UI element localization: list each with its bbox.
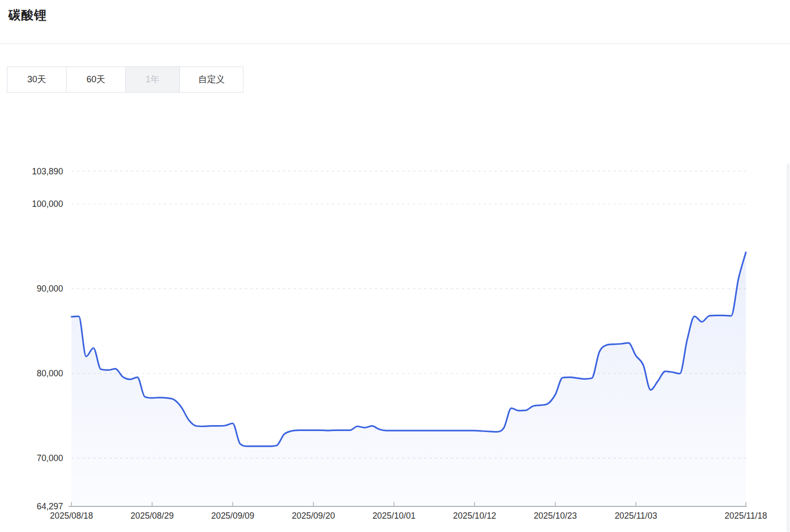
y-axis-label: 64,297 bbox=[36, 501, 63, 511]
scrollbar-thumb[interactable] bbox=[787, 164, 790, 532]
x-axis-label: 2025/11/18 bbox=[724, 511, 767, 521]
y-axis-label: 90,000 bbox=[36, 284, 63, 294]
y-axis-label: 80,000 bbox=[36, 368, 63, 378]
price-chart: 103,890100,00090,00080,00070,00064,29720… bbox=[0, 0, 790, 532]
x-axis-label: 2025/08/18 bbox=[50, 511, 93, 521]
price-chart-svg: 103,890100,00090,00080,00070,00064,29720… bbox=[0, 0, 790, 532]
x-axis-label: 2025/08/29 bbox=[131, 511, 174, 521]
y-axis-label: 100,000 bbox=[32, 199, 64, 209]
x-axis-label: 2025/09/20 bbox=[292, 511, 335, 521]
y-axis-label: 103,890 bbox=[32, 166, 64, 176]
y-axis-label: 70,000 bbox=[36, 453, 63, 463]
page: { "page": { "title": "碳酸锂" }, "toolbar":… bbox=[0, 0, 790, 532]
x-axis-label: 2025/10/23 bbox=[534, 511, 577, 521]
x-axis-label: 2025/11/03 bbox=[615, 511, 657, 521]
x-axis-label: 2025/09/09 bbox=[211, 511, 254, 521]
x-axis-label: 2025/10/12 bbox=[453, 511, 496, 521]
x-axis-label: 2025/10/01 bbox=[373, 511, 416, 521]
series-area-fill bbox=[71, 252, 746, 506]
